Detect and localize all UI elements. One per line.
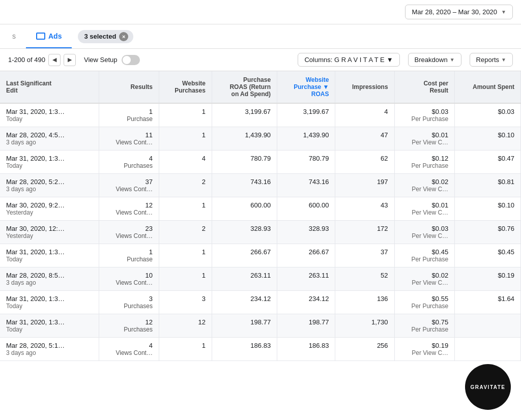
- cell-purchase-roas-5: 328.93: [212, 221, 277, 244]
- col-website-purchase-roas[interactable]: WebsitePurchase ▼ROAS: [277, 71, 335, 103]
- pagination: 1-200 of 490 ◀ ▶: [8, 54, 76, 66]
- cell-results-4: 12 Views Cont…: [99, 197, 159, 221]
- view-setup-label: View Setup: [84, 56, 118, 64]
- selected-count-label: 3 selected: [84, 33, 116, 40]
- cell-cost-per-result-8: $0.55 Per Purchase: [394, 291, 455, 314]
- cell-cost-per-result-7: $0.02 Per View C…: [394, 267, 455, 291]
- cell-impressions-6: 37: [335, 244, 394, 267]
- columns-button[interactable]: Columns: G R A V I T A T E ▼: [298, 53, 399, 67]
- cell-results-2: 4 Purchases: [99, 151, 159, 174]
- reports-button[interactable]: Reports ▼: [470, 53, 513, 67]
- tab-inactive[interactable]: s: [4, 24, 24, 48]
- cell-results-7: 10 Views Cont…: [99, 267, 159, 291]
- breakdown-chevron-icon: ▼: [450, 57, 455, 63]
- date-range-button[interactable]: Mar 28, 2020 – Mar 30, 2020 ▼: [405, 5, 513, 19]
- cell-purchase-roas-0: 3,199.67: [212, 103, 277, 127]
- cell-impressions-7: 52: [335, 267, 394, 291]
- cell-website-purchase-roas-7: 263.11: [277, 267, 335, 291]
- col-results: Results: [99, 71, 159, 103]
- chevron-down-icon: ▼: [501, 9, 506, 15]
- close-badge-button[interactable]: ×: [119, 32, 128, 41]
- table-row: Mar 28, 2020, 4:5… 3 days ago 11 Views C…: [0, 127, 521, 151]
- cell-amount-spent-8: $1.64: [455, 291, 521, 314]
- cell-results-6: 1 Purchase: [99, 244, 159, 267]
- cell-amount-spent-6: $0.45: [455, 244, 521, 267]
- cell-purchase-roas-2: 780.79: [212, 151, 277, 174]
- data-table-container: Last Significant Edit Results WebsitePur…: [0, 71, 521, 420]
- cell-purchase-roas-1: 1,439.90: [212, 127, 277, 151]
- cell-website-purchase-roas-1: 1,439.90: [277, 127, 335, 151]
- view-setup: View Setup: [84, 55, 140, 65]
- cell-website-purchases-8: 3: [159, 291, 212, 314]
- cell-amount-spent-3: $0.81: [455, 174, 521, 197]
- cell-cost-per-result-4: $0.01 Per View C…: [394, 197, 455, 221]
- date-range-label: Mar 28, 2020 – Mar 30, 2020: [412, 8, 497, 16]
- cell-website-purchases-1: 1: [159, 127, 212, 151]
- prev-page-button[interactable]: ◀: [48, 54, 61, 66]
- cell-website-purchase-roas-2: 780.79: [277, 151, 335, 174]
- cell-website-purchase-roas-6: 266.67: [277, 244, 335, 267]
- ads-tab-label: Ads: [48, 32, 62, 40]
- cell-amount-spent-0: $0.03: [455, 103, 521, 127]
- col-impressions: Impressions: [335, 71, 394, 103]
- cell-website-purchase-roas-10: 186.83: [277, 338, 335, 361]
- cell-amount-spent-5: $0.76: [455, 221, 521, 244]
- reports-label: Reports: [476, 56, 500, 64]
- col-purchase-roas: PurchaseROAS (Returnon Ad Spend): [212, 71, 277, 103]
- cell-amount-spent-10: [455, 338, 521, 361]
- cell-results-3: 37 Views Cont…: [99, 174, 159, 197]
- ads-icon: [36, 33, 45, 40]
- cell-date-9: Mar 31, 2020, 1:3… Today: [0, 314, 99, 338]
- cell-impressions-8: 136: [335, 291, 394, 314]
- cell-results-5: 23 Views Cont…: [99, 221, 159, 244]
- cell-impressions-0: 4: [335, 103, 394, 127]
- gravitate-watermark: GRAVITATE: [465, 364, 511, 410]
- watermark-text: GRAVITATE: [470, 384, 505, 390]
- toolbar: 1-200 of 490 ◀ ▶ View Setup Columns: G R…: [0, 49, 521, 71]
- cell-cost-per-result-0: $0.03 Per Purchase: [394, 103, 455, 127]
- cell-impressions-3: 197: [335, 174, 394, 197]
- cell-website-purchases-3: 2: [159, 174, 212, 197]
- cell-purchase-roas-10: 186.83: [212, 338, 277, 361]
- cell-website-purchase-roas-0: 3,199.67: [277, 103, 335, 127]
- cell-website-purchase-roas-8: 234.12: [277, 291, 335, 314]
- cell-amount-spent-2: $0.47: [455, 151, 521, 174]
- cell-website-purchases-10: 1: [159, 338, 212, 361]
- cell-cost-per-result-2: $0.12 Per Purchase: [394, 151, 455, 174]
- cell-purchase-roas-8: 234.12: [212, 291, 277, 314]
- table-row: Mar 30, 2020, 12:… Yesterday 23 Views Co…: [0, 221, 521, 244]
- breakdown-button[interactable]: Breakdown ▼: [408, 53, 461, 67]
- cell-amount-spent-1: $0.10: [455, 127, 521, 151]
- col-cost-per-result: Cost perResult: [394, 71, 455, 103]
- cell-impressions-2: 62: [335, 151, 394, 174]
- next-page-button[interactable]: ▶: [64, 54, 76, 66]
- table-row: Mar 28, 2020, 5:2… 3 days ago 37 Views C…: [0, 174, 521, 197]
- cell-impressions-10: 256: [335, 338, 394, 361]
- cell-results-0: 1 Purchase: [99, 103, 159, 127]
- cell-website-purchases-5: 2: [159, 221, 212, 244]
- cell-website-purchases-6: 1: [159, 244, 212, 267]
- cell-results-10: 4 Views Cont…: [99, 338, 159, 361]
- close-icon: ×: [122, 34, 125, 40]
- cell-website-purchases-4: 1: [159, 197, 212, 221]
- cell-purchase-roas-3: 743.16: [212, 174, 277, 197]
- cell-date-3: Mar 28, 2020, 5:2… 3 days ago: [0, 174, 99, 197]
- cell-date-8: Mar 31, 2020, 1:3… Today: [0, 291, 99, 314]
- col-last-edit: Last Significant Edit: [0, 71, 99, 103]
- cell-impressions-5: 172: [335, 221, 394, 244]
- cell-date-6: Mar 31, 2020, 1:3… Today: [0, 244, 99, 267]
- table-row: Mar 31, 2020, 1:3… Today 1 Purchase 1 3,…: [0, 103, 521, 127]
- table-header-row: Last Significant Edit Results WebsitePur…: [0, 71, 521, 103]
- cell-website-purchases-2: 4: [159, 151, 212, 174]
- cell-date-5: Mar 30, 2020, 12:… Yesterday: [0, 221, 99, 244]
- pagination-text: 1-200 of 490: [8, 56, 45, 64]
- cell-website-purchases-9: 12: [159, 314, 212, 338]
- cell-results-9: 12 Purchases: [99, 314, 159, 338]
- table-row: Mar 28, 2020, 8:5… 3 days ago 10 Views C…: [0, 267, 521, 291]
- tab-ads[interactable]: Ads: [26, 24, 72, 48]
- cell-amount-spent-4: $0.10: [455, 197, 521, 221]
- cell-cost-per-result-6: $0.45 Per Purchase: [394, 244, 455, 267]
- cell-cost-per-result-10: $0.19 Per View C…: [394, 338, 455, 361]
- cell-cost-per-result-1: $0.01 Per View C…: [394, 127, 455, 151]
- view-setup-toggle[interactable]: [122, 55, 140, 65]
